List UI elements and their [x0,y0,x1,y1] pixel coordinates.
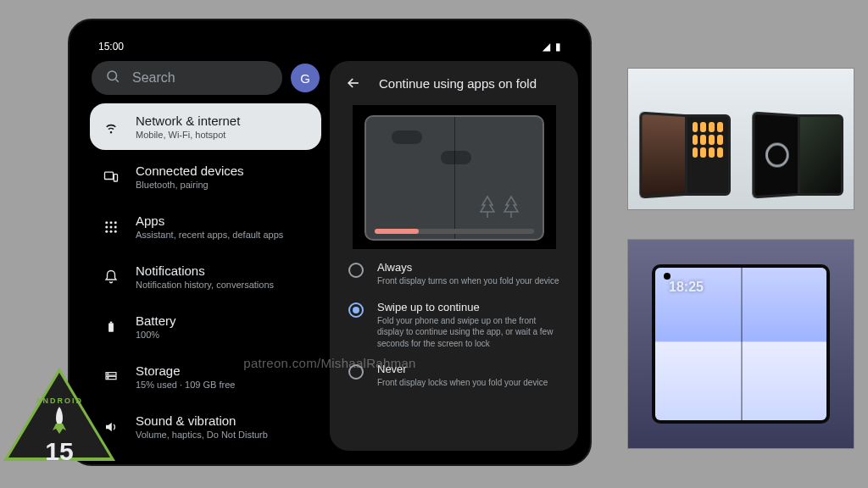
svg-point-7 [105,225,108,228]
android-version-badge: ANDROID 15 [8,369,110,471]
svg-point-5 [110,221,113,224]
settings-list-pane: Search G Network & internetMobile, Wi-Fi… [81,61,330,451]
svg-rect-13 [108,323,114,332]
foldable-device-held: 18:25 [652,264,830,424]
detail-pane: Continue using apps on fold AlwaysFront … [330,61,578,451]
rocket-icon [8,407,110,437]
apps-icon [102,219,120,235]
product-photo-bottom: 18:25 [627,239,854,449]
radio-icon [348,364,364,380]
search-placeholder: Search [132,70,175,86]
fold-illustration [353,105,556,249]
radio-title: Always [377,261,559,274]
svg-point-10 [105,230,108,232]
back-button[interactable] [343,73,364,93]
radio-option-always[interactable]: AlwaysFront display turns on when you fo… [348,261,559,287]
menu-title: Apps [136,214,283,228]
foldable-device-a [639,114,731,196]
menu-item-apps[interactable]: AppsAssistant, recent apps, default apps [90,203,321,250]
status-time: 15:00 [98,41,124,53]
menu-sub: 15% used · 109 GB free [136,380,235,390]
menu-title: Network & internet [136,114,240,128]
radio-group: AlwaysFront display turns on when you fo… [343,261,565,389]
radio-sub: Front display turns on when you fold you… [377,275,559,287]
svg-line-1 [115,79,118,81]
menu-sub: Bluetooth, pairing [136,180,244,190]
status-bar: 15:00 ◢ ▮ [81,37,578,61]
device-clock: 18:25 [669,280,704,295]
badge-label: ANDROID [8,396,110,405]
search-input[interactable]: Search [92,61,282,95]
profile-avatar[interactable]: G [291,64,320,92]
radio-icon [348,263,364,278]
devices-icon [102,169,120,186]
menu-sub: Assistant, recent apps, default apps [136,230,283,240]
radio-title: Swipe up to continue [377,301,559,313]
menu-title: Notifications [136,263,274,278]
menu-title: Sound & vibration [136,413,268,428]
svg-point-6 [114,221,117,224]
menu-item-sound[interactable]: Sound & vibrationVolume, haptics, Do Not… [90,403,321,450]
radio-title: Never [377,363,548,375]
svg-rect-3 [114,174,117,180]
radio-option-never[interactable]: NeverFront display locks when you fold y… [348,363,559,389]
menu-title: Connected devices [136,164,244,178]
signal-icon: ◢ [542,41,550,53]
svg-rect-14 [110,321,112,323]
menu-item-network[interactable]: Network & internetMobile, Wi-Fi, hotspot [90,103,321,150]
settings-menu: Network & internetMobile, Wi-Fi, hotspot… [88,102,323,452]
menu-sub: 100% [136,330,176,340]
radio-sub: Fold your phone and swipe up on the fron… [377,315,559,350]
svg-rect-2 [105,172,114,179]
menu-title: Storage [136,363,235,378]
radio-icon [348,302,364,318]
product-photo-top [627,68,854,210]
menu-sub: Volume, haptics, Do Not Disturb [136,430,268,440]
svg-point-4 [105,221,108,224]
battery-full-icon [102,319,120,336]
menu-item-battery[interactable]: Battery100% [90,303,321,350]
battery-icon: ▮ [555,41,561,53]
svg-point-0 [108,71,117,80]
badge-version: 15 [8,437,110,466]
menu-title: Battery [136,313,176,328]
radio-sub: Front display locks when you fold your d… [377,377,548,389]
bell-icon [102,269,120,285]
svg-point-12 [114,230,117,232]
radio-option-swipe[interactable]: Swipe up to continueFold your phone and … [348,301,559,350]
menu-sub: Mobile, Wi-Fi, hotspot [136,130,240,140]
wifi-icon [102,119,120,136]
menu-item-storage[interactable]: Storage15% used · 109 GB free [90,353,321,400]
svg-point-9 [114,225,117,228]
foldable-device-b [752,114,843,196]
menu-item-notifications[interactable]: NotificationsNotification history, conve… [90,253,321,300]
svg-point-8 [110,225,113,228]
menu-item-connected[interactable]: Connected devicesBluetooth, pairing [90,153,321,200]
tablet-frame: 15:00 ◢ ▮ Search G [68,19,592,466]
search-icon [105,69,120,87]
svg-point-11 [110,230,113,232]
detail-title: Continue using apps on fold [379,76,537,91]
menu-sub: Notification history, conversations [136,280,274,290]
